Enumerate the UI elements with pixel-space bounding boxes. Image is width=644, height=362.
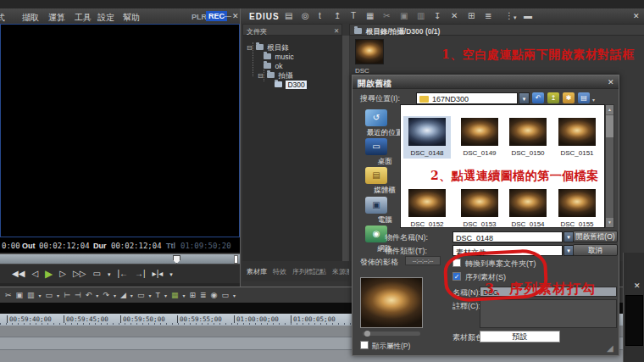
menu-item-render[interactable]: 運算	[48, 12, 65, 24]
recent-places-icon[interactable]: ↺	[365, 109, 387, 126]
open-folder-icon[interactable]: ▤	[285, 12, 292, 20]
export-icon[interactable]: ↥	[334, 12, 341, 20]
grid-icon[interactable]: ⊞	[189, 292, 196, 299]
title-icon[interactable]: T	[351, 12, 356, 20]
add-cut-point-icon[interactable]: ▸|◂	[153, 270, 164, 278]
tab-effects[interactable]: 特效	[273, 267, 286, 276]
dropdown-caret-icon[interactable]: ▾	[130, 293, 133, 298]
file-list[interactable]: DSC_0148 DSC_0149 DSC_0150 DSC_0151 DSC_…	[400, 104, 605, 228]
file-item[interactable]: DSC_0150	[504, 118, 552, 157]
marker-icon[interactable]: ▭	[137, 292, 145, 299]
clip-thumbnail[interactable]	[355, 39, 384, 64]
dropdown-caret-icon[interactable]: ▾	[182, 293, 185, 298]
expander-icon[interactable]: ⊟	[247, 44, 253, 52]
tree-item-music[interactable]: music	[264, 47, 294, 56]
comment-input[interactable]	[480, 299, 617, 328]
scrubber-block[interactable]	[234, 255, 238, 264]
cancel-button[interactable]: 取消	[573, 244, 618, 256]
trim-out-icon[interactable]: ⊣	[75, 292, 81, 299]
still-image-icon[interactable]: ▦	[366, 12, 374, 20]
menu-item-partial[interactable]: 式	[0, 12, 5, 24]
open-button[interactable]: 開啟舊檔(O)	[573, 231, 618, 242]
delete-icon[interactable]: ✕	[451, 12, 458, 20]
new-folder-icon[interactable]: ✱	[563, 92, 575, 103]
file-item[interactable]: DSC_0151	[553, 118, 601, 157]
play-icon[interactable]: ▶	[45, 269, 53, 279]
resize-grip[interactable]: ◢	[607, 343, 613, 353]
clip-color-button[interactable]: 預設	[480, 331, 560, 343]
view-menu-icon[interactable]: ▤	[578, 92, 590, 103]
frame-back-icon[interactable]: ◁	[31, 270, 38, 278]
tree-item-d300-selected[interactable]: D300	[275, 75, 307, 84]
menu-item-tools[interactable]: 工具	[75, 12, 92, 24]
file-list-scrollbar[interactable]: ▲ ▼	[605, 104, 614, 228]
plr-mode-button[interactable]: PLR	[192, 13, 207, 21]
dropdown-caret-icon[interactable]: ▾	[233, 293, 236, 298]
scroll-down-icon[interactable]: ▼	[606, 218, 613, 227]
player-scrubber[interactable]	[0, 253, 240, 265]
cut-icon[interactable]: ✂	[5, 292, 12, 299]
cut-icon[interactable]: ✂	[383, 12, 390, 20]
search-icon[interactable]: ◎	[302, 12, 309, 20]
scrollbar-thumb[interactable]	[606, 115, 613, 137]
tab-sequence-marker[interactable]: 序列標記點	[292, 267, 326, 276]
clip-name-input[interactable]: DSC	[480, 287, 617, 297]
tree-item-root[interactable]: ⊟ 根目錄	[247, 38, 289, 47]
minimize-icon[interactable]: —	[224, 12, 231, 20]
file-item[interactable]: DSC_0154	[504, 189, 552, 228]
frame-forward-icon[interactable]: ▷	[59, 270, 66, 278]
paste-icon[interactable]: ▥	[417, 12, 425, 20]
audio-monitor-icon[interactable]: ◉	[211, 292, 218, 299]
file-item-selected[interactable]: DSC_0148	[403, 116, 451, 159]
close-icon[interactable]: ✕	[633, 12, 640, 20]
slider-handle[interactable]	[364, 331, 370, 337]
tree-item-shoot[interactable]: ⊟ 拍攝	[258, 66, 293, 75]
libraries-icon[interactable]: ▤	[365, 167, 387, 184]
dropdown-caret-icon[interactable]: ▾	[108, 271, 111, 277]
sequence-clip-checkbox[interactable]: ✓	[452, 272, 461, 281]
file-name-input[interactable]: DSC_0148	[452, 231, 563, 242]
close-icon[interactable]: ✕	[334, 27, 339, 35]
redo-icon[interactable]: ↷	[103, 292, 109, 299]
add-clip-icon[interactable]: t	[319, 12, 321, 20]
tab-source-browser[interactable]: 來源瀏覽	[332, 267, 349, 276]
tree-item-ok[interactable]: ok	[264, 57, 282, 65]
dropdown-caret-icon[interactable]: ▾	[148, 293, 151, 298]
file-type-select[interactable]: 素材文件	[452, 245, 563, 256]
tree-scrollbar[interactable]	[342, 36, 349, 261]
copy-icon[interactable]: ▣	[400, 12, 408, 20]
file-item[interactable]: DSC_0155	[553, 189, 601, 228]
speed-icon[interactable]: ◢	[120, 292, 126, 299]
mixer-icon[interactable]: ≣	[200, 292, 207, 299]
sync-icon[interactable]: ↧	[434, 12, 441, 20]
grid-view-icon[interactable]: ⊞	[468, 12, 475, 20]
show-properties-checkbox[interactable]	[360, 341, 369, 349]
dropdown-caret-icon[interactable]: ▾	[114, 293, 116, 298]
fast-forward-icon[interactable]: ▷▷	[73, 270, 86, 278]
look-in-combobox[interactable]: 167ND300	[416, 92, 518, 104]
undo-icon[interactable]: ↶	[86, 292, 92, 299]
trim-in-icon[interactable]: ⊢	[64, 292, 70, 299]
transfer-to-project-checkbox[interactable]	[452, 259, 461, 267]
colorbars-icon[interactable]: ▦	[171, 292, 179, 299]
computer-icon[interactable]: ▣	[365, 197, 387, 214]
close-icon[interactable]: ✕	[634, 281, 641, 290]
tab-bin[interactable]: 素材庫	[247, 267, 267, 276]
scroll-up-icon[interactable]: ▲	[606, 105, 613, 114]
chevron-down-icon[interactable]: ▾	[592, 97, 595, 103]
playhead-marker[interactable]	[173, 255, 180, 264]
chevron-down-icon[interactable]: ▾	[519, 92, 530, 104]
dropdown-caret-icon[interactable]: ▾	[169, 271, 173, 277]
set-in-icon[interactable]: |←	[117, 270, 128, 278]
back-icon[interactable]: ↶	[532, 92, 544, 103]
rewind-icon[interactable]: ◀◀	[12, 270, 25, 278]
dropdown-caret-icon[interactable]: ▾	[39, 293, 42, 298]
file-item[interactable]: DSC_0149	[456, 118, 503, 157]
file-item[interactable]: DSC_0153	[456, 189, 503, 228]
menu-item-settings[interactable]: 設定	[97, 12, 114, 24]
monitor-icon[interactable]: ▭	[221, 292, 229, 299]
dropdown-caret-icon[interactable]: ▾	[96, 293, 98, 298]
preview-slider[interactable]	[363, 331, 420, 336]
desktop-icon[interactable]: ▭	[365, 138, 387, 155]
list-view-icon[interactable]: ≣	[485, 12, 491, 20]
